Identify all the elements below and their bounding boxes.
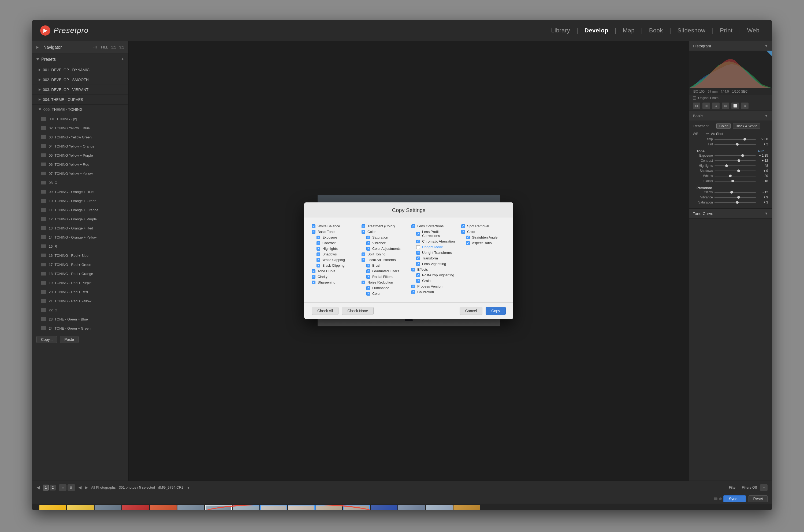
copy-settings-button[interactable]: Copy — [486, 307, 506, 315]
checkbox-upright-transforms[interactable] — [416, 251, 420, 254]
clarity-slider[interactable] — [714, 192, 756, 193]
whites-slider[interactable] — [714, 176, 756, 176]
fill-btn[interactable]: FILL — [101, 45, 108, 49]
sync-button[interactable]: Sync... — [723, 495, 746, 502]
checkbox-highlights[interactable] — [316, 247, 320, 251]
basic-header[interactable]: Basic ▼ — [689, 111, 772, 120]
add-preset-btn[interactable]: + — [121, 57, 124, 62]
list-item[interactable]: 23. TONE - Green + Blue — [32, 315, 128, 324]
checkbox-shadows[interactable] — [316, 252, 320, 256]
nav-book[interactable]: Book — [645, 25, 667, 36]
checkbox-lens-corrections[interactable] — [412, 224, 415, 228]
checkbox-lens-profile[interactable] — [416, 232, 420, 235]
list-item[interactable]: 08. O — [32, 178, 128, 187]
check-grain[interactable]: Grain — [412, 278, 456, 284]
checkbox-color-adjustments[interactable] — [366, 247, 370, 251]
check-white-clipping[interactable]: White Clipping — [312, 257, 356, 263]
original-photo-checkbox[interactable] — [693, 96, 696, 100]
list-item[interactable]: 19. TONING - Red + Purple — [32, 278, 128, 287]
saturation-thumb[interactable] — [736, 201, 738, 204]
blacks-slider[interactable] — [714, 181, 756, 182]
tint-thumb[interactable] — [736, 143, 738, 146]
tone-curve-header[interactable]: Tone Curve ▼ — [689, 209, 772, 218]
preset-group-header-1[interactable]: 002. DEVELOP - SMOOTH — [32, 75, 128, 84]
whites-thumb[interactable] — [729, 175, 732, 177]
checkbox-crop[interactable] — [461, 230, 465, 234]
check-saturation[interactable]: Saturation — [362, 234, 406, 240]
highlights-thumb[interactable] — [725, 165, 728, 167]
film-thumb-10[interactable] — [288, 505, 315, 510]
checkbox-luminance[interactable] — [366, 286, 370, 290]
crop-tool-icon[interactable]: ⊡ — [693, 102, 700, 109]
preset-group-header-4[interactable]: 005. THEME - TONING — [32, 105, 128, 114]
nav-map[interactable]: Map — [619, 25, 639, 36]
check-brush[interactable]: Brush — [362, 263, 406, 268]
temp-thumb[interactable] — [744, 138, 746, 140]
color-treatment-btn[interactable]: Color — [716, 123, 731, 129]
film-thumb-5[interactable] — [150, 505, 177, 510]
check-tone-curve[interactable]: Tone Curve — [312, 268, 356, 274]
cancel-button[interactable]: Cancel — [460, 307, 483, 315]
paste-button[interactable]: Paste — [60, 336, 78, 343]
film-thumb-11[interactable] — [315, 505, 342, 510]
checkbox-basic-tone[interactable] — [312, 230, 315, 234]
check-lens-vignetting[interactable]: Lens Vignetting — [412, 261, 456, 267]
film-thumb-9[interactable] — [260, 505, 287, 510]
checkbox-chromatic[interactable] — [416, 240, 420, 243]
single-view-btn[interactable]: ▭ — [59, 484, 67, 491]
check-local-adjustments[interactable]: Local Adjustments — [362, 257, 406, 263]
auto-label[interactable]: Auto — [757, 149, 764, 153]
saturation-slider[interactable] — [714, 202, 756, 203]
tone-curve-collapse-icon[interactable]: ▼ — [764, 211, 768, 215]
copy-button[interactable]: Copy... — [36, 336, 57, 343]
checkbox-upright-mode[interactable] — [416, 245, 420, 249]
checkbox-vibrance[interactable] — [366, 241, 370, 245]
check-all-button[interactable]: Check All — [312, 307, 339, 315]
presets-header[interactable]: Presets + — [32, 54, 128, 65]
list-item[interactable]: 12. TONING - Orange + Purple — [32, 214, 128, 224]
checkbox-straighten[interactable] — [466, 235, 470, 239]
film-thumb-8[interactable] — [233, 505, 259, 510]
preset-group-header-3[interactable]: 004. THEME - CURVES — [32, 95, 128, 104]
eyedropper-icon[interactable]: ✏ — [706, 131, 709, 136]
film-thumb-7[interactable] — [205, 505, 232, 510]
list-item[interactable]: 24. TONE - Green + Green — [32, 324, 128, 333]
list-item[interactable]: 03. TONING - Yellow Green — [32, 133, 128, 141]
list-item[interactable]: 21. TONING - Red + Yellow — [32, 297, 128, 305]
list-item[interactable]: 02. TONING Yellow + Blue — [32, 124, 128, 133]
film-thumb-14[interactable] — [398, 505, 425, 510]
prev-photo-btn[interactable]: ◀ — [78, 485, 81, 490]
check-color[interactable]: Color — [362, 229, 406, 234]
checkbox-grain[interactable] — [416, 279, 420, 283]
histogram-header[interactable]: Histogram ▼ — [689, 41, 772, 51]
check-black-clipping[interactable]: Black Clipping — [312, 263, 356, 268]
tint-slider[interactable] — [714, 144, 756, 145]
film-thumb-2[interactable] — [67, 505, 94, 510]
film-thumb-15[interactable] — [426, 505, 453, 510]
checkbox-process-version[interactable] — [412, 285, 415, 288]
list-item[interactable]: 05. TONING Yellow + Purple — [32, 151, 128, 160]
film-thumb-13[interactable] — [371, 505, 398, 510]
list-item[interactable]: 18. TONING - Red + Orange — [32, 269, 128, 278]
list-item[interactable]: 07. TONING Yellow + Yellow — [32, 169, 128, 178]
check-exposure[interactable]: Exposure — [312, 234, 356, 240]
preset-group-header-0[interactable]: 001. DEVELOP - DYNAMIC — [32, 65, 128, 75]
basic-collapse-icon[interactable]: ▼ — [764, 114, 768, 118]
check-lens-profile[interactable]: Lens Profile Corrections — [412, 229, 456, 239]
list-item[interactable]: 17. TONING - Red + Green — [32, 260, 128, 269]
check-split-toning[interactable]: Split Toning — [362, 251, 406, 257]
bw-treatment-btn[interactable]: Black & White — [733, 123, 760, 129]
check-vibrance[interactable]: Vibrance — [362, 240, 406, 246]
temp-slider[interactable] — [714, 139, 756, 140]
list-item[interactable]: 13. TONING - Orange + Red — [32, 224, 128, 233]
page-1-btn[interactable]: 1 — [43, 484, 49, 491]
checkbox-sharpening[interactable] — [312, 281, 315, 284]
list-item[interactable]: 11. TONING - Orange + Orange — [32, 205, 128, 214]
list-item[interactable]: 22. G — [32, 305, 128, 315]
checkbox-white-clipping[interactable] — [316, 258, 320, 262]
preset-group-header-2[interactable]: 003. DEVELOP - VIBRANT — [32, 85, 128, 95]
checkbox-effects[interactable] — [412, 268, 415, 271]
list-item[interactable]: 10. TONING - Orange + Green — [32, 196, 128, 205]
checkbox-spot-removal[interactable] — [461, 224, 465, 228]
check-post-crop[interactable]: Post-Crop Vignetting — [412, 272, 456, 278]
